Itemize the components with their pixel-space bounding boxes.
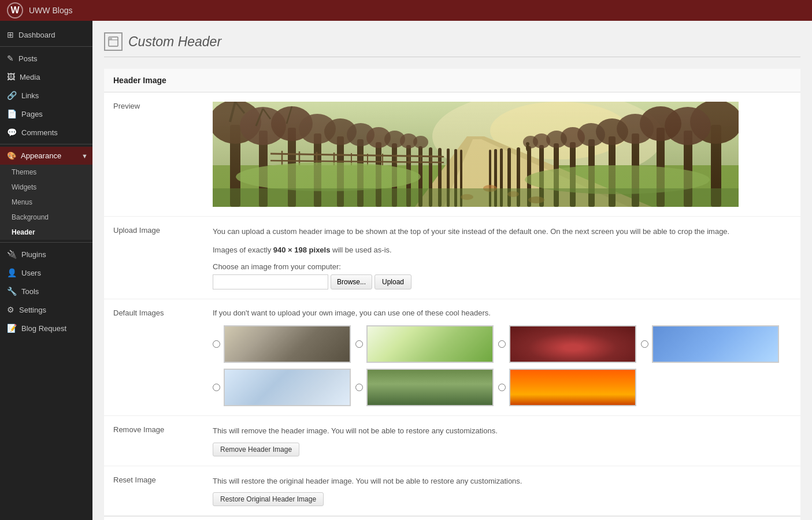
- sidebar-item-blog-request[interactable]: 📝 Blog Request: [0, 319, 92, 337]
- comments-icon: 💬: [7, 128, 17, 137]
- sidebar-item-menus[interactable]: Menus: [0, 195, 92, 210]
- appearance-submenu: Themes Widgets Menus Background Header: [0, 165, 92, 240]
- page-header-icon: [104, 32, 123, 51]
- image-radio-1[interactable]: [213, 340, 220, 348]
- sidebar-item-links[interactable]: 🔗 Links: [0, 86, 92, 105]
- thumbnail-4[interactable]: [652, 325, 779, 363]
- browse-button[interactable]: Browse...: [331, 274, 372, 289]
- sidebar-item-dashboard[interactable]: ⊞ Dashboard: [0, 25, 92, 44]
- form-table: Preview: [104, 92, 800, 516]
- sidebar-item-plugins[interactable]: 🔌 Plugins: [0, 245, 92, 263]
- sidebar-item-media[interactable]: 🖼 Media: [0, 68, 92, 86]
- remove-label: Remove Image: [104, 416, 208, 466]
- layout: ⊞ Dashboard ✎ Posts 🖼 Media 🔗 Links 📄 Pa…: [0, 21, 812, 520]
- image-option-3: [498, 325, 636, 363]
- sidebar-item-users[interactable]: 👤 Users: [0, 263, 92, 282]
- image-radio-3[interactable]: [498, 340, 506, 348]
- preview-cell: [208, 92, 800, 217]
- thumbnail-1[interactable]: [224, 325, 351, 363]
- upload-button[interactable]: Upload: [375, 274, 411, 289]
- sidebar-item-comments[interactable]: 💬 Comments: [0, 123, 92, 142]
- sidebar-item-label: Links: [21, 91, 39, 100]
- images-grid: [213, 325, 796, 406]
- image-radio-7[interactable]: [498, 384, 506, 391]
- sidebar-item-label: Users: [21, 269, 41, 277]
- sidebar-item-label: Tools: [21, 287, 39, 296]
- sidebar-item-label: Posts: [18, 54, 38, 63]
- dashboard-icon: ⊞: [7, 30, 14, 39]
- restore-header-image-button[interactable]: Restore Original Header Image: [213, 492, 324, 506]
- thumbnail-2[interactable]: [366, 325, 494, 363]
- posts-icon: ✎: [7, 54, 14, 63]
- image-option-2: [355, 325, 494, 363]
- sidebar-item-appearance[interactable]: 🎨 Appearance ▼: [0, 147, 92, 165]
- reset-label: Reset Image: [104, 466, 208, 516]
- images-row-2: [213, 369, 796, 406]
- preview-row: Preview: [104, 92, 800, 217]
- blog-request-icon: 📝: [7, 324, 17, 333]
- header-preview-image: [213, 102, 739, 207]
- remove-image-row: Remove Image This will remove the header…: [104, 416, 800, 466]
- sidebar-item-background[interactable]: Background: [0, 210, 92, 225]
- default-images-row: Default Images If you don't want to uplo…: [104, 299, 800, 416]
- settings-icon: ⚙: [7, 305, 14, 314]
- header-preview-svg: [213, 102, 739, 207]
- file-input-row: Browse... Upload: [213, 274, 796, 289]
- thumbnail-5[interactable]: [224, 369, 351, 406]
- media-icon: 🖼: [7, 72, 15, 81]
- pages-icon: 📄: [7, 109, 17, 118]
- appearance-label: 🎨 Appearance: [0, 147, 77, 165]
- appearance-arrow-icon: ▼: [77, 148, 92, 164]
- page-title: Custom Header: [128, 34, 221, 50]
- plugins-icon: 🔌: [7, 250, 17, 259]
- image-option-5: [213, 369, 351, 406]
- default-images-cell: If you don't want to upload your own ima…: [208, 299, 800, 416]
- upload-cell: You can upload a custom header image to …: [208, 217, 800, 299]
- svg-rect-1: [109, 37, 112, 40]
- content-section: Preview: [104, 92, 800, 520]
- sidebar-item-pages[interactable]: 📄 Pages: [0, 105, 92, 123]
- upload-image-row: Upload Image You can upload a custom hea…: [104, 217, 800, 299]
- sidebar-item-label: Blog Request: [21, 324, 66, 333]
- image-radio-6[interactable]: [355, 384, 363, 391]
- main-content: Custom Header Header Image Preview: [92, 21, 812, 520]
- thumbnail-7[interactable]: [509, 369, 636, 406]
- reset-image-row: Reset Image This will restore the origin…: [104, 466, 800, 516]
- image-option-1: [213, 325, 351, 363]
- image-option-4: [641, 325, 779, 363]
- upload-label: Upload Image: [104, 217, 208, 299]
- reset-description: This will restore the original header im…: [213, 476, 796, 487]
- image-radio-2[interactable]: [355, 340, 363, 348]
- upload-description-2: Images of exactly 940 × 198 pixels will …: [213, 244, 796, 256]
- sidebar: ⊞ Dashboard ✎ Posts 🖼 Media 🔗 Links 📄 Pa…: [0, 21, 92, 520]
- reset-cell: This will restore the original header im…: [208, 466, 800, 516]
- image-option-7: [498, 369, 636, 406]
- sidebar-item-header[interactable]: Header: [0, 225, 92, 240]
- image-radio-4[interactable]: [641, 340, 648, 348]
- svg-rect-86: [213, 188, 739, 207]
- appearance-icon: 🎨: [7, 151, 16, 160]
- sidebar-item-tools[interactable]: 🔧 Tools: [0, 282, 92, 300]
- image-radio-5[interactable]: [213, 384, 220, 391]
- remove-header-image-button[interactable]: Remove Header Image: [213, 443, 299, 456]
- sidebar-item-label: Settings: [19, 306, 46, 314]
- wordpress-logo: W: [7, 2, 23, 18]
- sidebar-divider-2: [0, 144, 92, 144]
- choose-label: Choose an image from your computer:: [213, 262, 796, 271]
- file-text-input[interactable]: [213, 274, 328, 289]
- preview-label: Preview: [104, 92, 208, 217]
- sidebar-item-label: Comments: [21, 128, 58, 137]
- sidebar-item-label: Media: [20, 73, 40, 81]
- default-images-desc: If you don't want to upload your own ima…: [213, 309, 796, 317]
- thumbnail-3[interactable]: [509, 325, 636, 363]
- page-header: Custom Header: [104, 32, 800, 57]
- users-icon: 👤: [7, 268, 17, 277]
- sidebar-item-themes[interactable]: Themes: [0, 165, 92, 180]
- sidebar-item-widgets[interactable]: Widgets: [0, 180, 92, 195]
- top-bar: W UWW Blogs: [0, 0, 812, 21]
- sidebar-item-settings[interactable]: ⚙ Settings: [0, 300, 92, 319]
- links-icon: 🔗: [7, 91, 17, 100]
- sidebar-item-posts[interactable]: ✎ Posts: [0, 49, 92, 68]
- thumbnail-6[interactable]: [366, 369, 494, 406]
- sidebar-item-label: Pages: [21, 110, 43, 118]
